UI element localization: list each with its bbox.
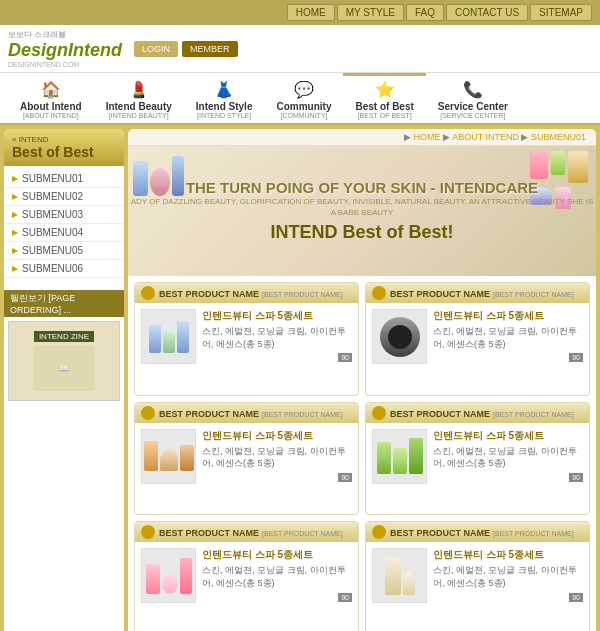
product-1-title-sub: [BEST PRODUCT NAME] [262, 291, 343, 298]
product-4-title-wrap: BEST PRODUCT NAME [BEST PRODUCT NAME] [390, 407, 574, 419]
product-4-more: 90 [433, 470, 583, 482]
tab-service-label: Service Center [438, 101, 508, 112]
header: 보보다 스크래블 DesignIntend DESIGNINTEND.COM L… [0, 25, 600, 73]
arrow-icon-4: ▶ [12, 228, 18, 237]
product-1-image [141, 309, 196, 364]
product-4-title-sub: [BEST PRODUCT NAME] [493, 411, 574, 418]
product-2-num: ♦ [372, 286, 386, 300]
product-card-4-header: ♦ BEST PRODUCT NAME [BEST PRODUCT NAME] [366, 403, 589, 423]
product-4-more-btn[interactable]: 90 [569, 473, 583, 482]
product-4-name: 인텐드뷰티 스파 5종세트 [433, 429, 583, 443]
logo-sub-text: DESIGNINTEND.COM [8, 61, 122, 68]
product-card-4: ♦ BEST PRODUCT NAME [BEST PRODUCT NAME] [365, 402, 590, 516]
product-1-title-wrap: BEST PRODUCT NAME [BEST PRODUCT NAME] [159, 287, 343, 299]
header-buttons: LOGIN MEMBER [134, 41, 238, 57]
tab-style-label: Intend Style [196, 101, 253, 112]
sidebar-item-submenu04[interactable]: ▶ SUBMENU04 [4, 224, 124, 242]
magazine-label: INTEND ZINE [34, 331, 94, 342]
product-5-title: BEST PRODUCT NAME [159, 528, 259, 538]
product-6-image [372, 548, 427, 603]
hero-banner: THE TURN POING OF YOUR SKIN - INTENDCARE… [128, 146, 596, 276]
product-1-num: ♦ [141, 286, 155, 300]
tab-service-sub: [SERVICE CENTER] [440, 112, 505, 119]
product-2-title-sub: [BEST PRODUCT NAME] [493, 291, 574, 298]
product-6-num: ♦ [372, 525, 386, 539]
hero-brand: INTEND Best of Best! [128, 222, 596, 243]
product-6-name: 인텐드뷰티 스파 5종세트 [433, 548, 583, 562]
product-4-info: 인텐드뷰티 스파 5종세트 스킨, 에멀젼, 모닝글 크림, 아이컨투어, 에센… [433, 429, 583, 484]
sidebar-magazine-title[interactable]: 헬린보기 [PAGE ORDERING] ... [4, 290, 124, 317]
sidebar-magazine: 헬린보기 [PAGE ORDERING] ... INTEND ZINE 📖 [4, 290, 124, 401]
product-5-title-sub: [BEST PRODUCT NAME] [262, 530, 343, 537]
magazine-title-text: 헬린보기 [PAGE ORDERING] ... [10, 292, 118, 315]
tab-beauty[interactable]: 💄 Intend Beauty [INTEND BEAUTY] [94, 73, 184, 123]
nav-sitemap[interactable]: SITEMAP [530, 4, 592, 21]
product-3-title-sub: [BEST PRODUCT NAME] [262, 411, 343, 418]
tab-service[interactable]: 📞 Service Center [SERVICE CENTER] [426, 73, 520, 123]
sidebar-title-small: » INTEND [12, 135, 116, 144]
magazine-preview: 📖 [59, 364, 69, 373]
product-5-name: 인텐드뷰티 스파 5종세트 [202, 548, 352, 562]
hero-text: THE TURN POING OF YOUR SKIN - INTENDCARE… [128, 179, 596, 243]
product-card-3: ♦ BEST PRODUCT NAME [BEST PRODUCT NAME] [134, 402, 359, 516]
product-5-more-btn[interactable]: 90 [338, 593, 352, 602]
logo: 보보다 스크래블 DesignIntend DESIGNINTEND.COM [8, 29, 122, 68]
login-button[interactable]: LOGIN [134, 41, 178, 57]
product-4-body: 인텐드뷰티 스파 5종세트 스킨, 에멀젼, 모닝글 크림, 아이컨투어, 에센… [366, 423, 589, 490]
arrow-icon-3: ▶ [12, 210, 18, 219]
member-button[interactable]: MEMBER [182, 41, 238, 57]
nav-home[interactable]: HOME [287, 4, 335, 21]
tab-style-sub: [INTEND STYLE] [197, 112, 251, 119]
nav-mystyle[interactable]: MY STYLE [337, 4, 404, 21]
product-2-body: 인텐드뷰티 스파 5종세트 스킨, 에멀젼, 모닝글 크림, 아이컨투어, 에센… [366, 303, 589, 370]
product-6-body: 인텐드뷰티 스파 5종세트 스킨, 에멀젼, 모닝글 크림, 아이컨투어, 에센… [366, 542, 589, 609]
product-3-desc: 스킨, 에멀젼, 모닝글 크림, 아이컨투어, 에센스(총 5종) [202, 445, 352, 470]
tab-community[interactable]: 💬 Community [COMMUNITY] [264, 73, 343, 123]
submenu03-label: SUBMENU03 [22, 209, 83, 220]
product-5-title-wrap: BEST PRODUCT NAME [BEST PRODUCT NAME] [159, 526, 343, 538]
logo-main-text: DesignIntend [8, 40, 122, 61]
sidebar-item-submenu03[interactable]: ▶ SUBMENU03 [4, 206, 124, 224]
product-card-6-header: ♦ BEST PRODUCT NAME [BEST PRODUCT NAME] [366, 522, 589, 542]
product-6-more: 90 [433, 590, 583, 602]
product-card-6: ♦ BEST PRODUCT NAME [BEST PRODUCT NAME] [365, 521, 590, 631]
product-3-title: BEST PRODUCT NAME [159, 409, 259, 419]
sidebar: » INTEND Best of Best ▶ SUBMENU01 ▶ SUBM… [4, 129, 124, 631]
product-5-info: 인텐드뷰티 스파 5종세트 스킨, 에멀젼, 모닝글 크림, 아이컨투어, 에센… [202, 548, 352, 603]
product-3-more-btn[interactable]: 90 [338, 473, 352, 482]
sidebar-item-submenu02[interactable]: ▶ SUBMENU02 [4, 188, 124, 206]
product-3-body: 인텐드뷰티 스파 5종세트 스킨, 에멀젼, 모닝글 크림, 아이컨투어, 에센… [135, 423, 358, 490]
product-3-info: 인텐드뷰티 스파 5종세트 스킨, 에멀젼, 모닝글 크림, 아이컨투어, 에센… [202, 429, 352, 484]
tab-bestofbest[interactable]: ⭐ Best of Best [BEST OF BEST] [343, 73, 425, 123]
breadcrumb-home[interactable]: HOME [414, 132, 441, 142]
community-icon: 💬 [294, 80, 314, 99]
nav-tabs: 🏠 About Intend [ABOUT INTEND] 💄 Intend B… [0, 73, 600, 125]
product-6-more-btn[interactable]: 90 [569, 593, 583, 602]
sidebar-item-submenu05[interactable]: ▶ SUBMENU05 [4, 242, 124, 260]
sidebar-item-submenu06[interactable]: ▶ SUBMENU06 [4, 260, 124, 278]
arrow-icon-6: ▶ [12, 264, 18, 273]
product-2-image [372, 309, 427, 364]
nav-contact[interactable]: CONTACT US [446, 4, 528, 21]
product-1-title: BEST PRODUCT NAME [159, 289, 259, 299]
breadcrumb-section[interactable]: ABOUT INTEND [452, 132, 519, 142]
tab-about[interactable]: 🏠 About Intend [ABOUT INTEND] [8, 73, 94, 123]
nav-faq[interactable]: FAQ [406, 4, 444, 21]
tab-about-label: About Intend [20, 101, 82, 112]
product-1-desc: 스킨, 에멀젼, 모닝글 크림, 아이컨투어, 에센스(총 5종) [202, 325, 352, 350]
product-6-title-sub: [BEST PRODUCT NAME] [493, 530, 574, 537]
sidebar-item-submenu01[interactable]: ▶ SUBMENU01 [4, 170, 124, 188]
product-2-desc: 스킨, 에멀젼, 모닝글 크림, 아이컨투어, 에센스(총 5종) [433, 325, 583, 350]
sidebar-title: » INTEND Best of Best [4, 129, 124, 166]
magazine-image[interactable]: INTEND ZINE 📖 [8, 321, 120, 401]
submenu01-label: SUBMENU01 [22, 173, 83, 184]
service-icon: 📞 [463, 80, 483, 99]
product-6-desc: 스킨, 에멀젼, 모닝글 크림, 아이컨투어, 에센스(총 5종) [433, 564, 583, 589]
style-icon: 👗 [214, 80, 234, 99]
tab-style[interactable]: 👗 Intend Style [INTEND STYLE] [184, 73, 265, 123]
product-1-more-btn[interactable]: 90 [338, 353, 352, 362]
submenu05-label: SUBMENU05 [22, 245, 83, 256]
main-wrapper: » INTEND Best of Best ▶ SUBMENU01 ▶ SUBM… [0, 125, 600, 631]
breadcrumb-current: SUBMENU01 [531, 132, 586, 142]
product-2-more-btn[interactable]: 90 [569, 353, 583, 362]
